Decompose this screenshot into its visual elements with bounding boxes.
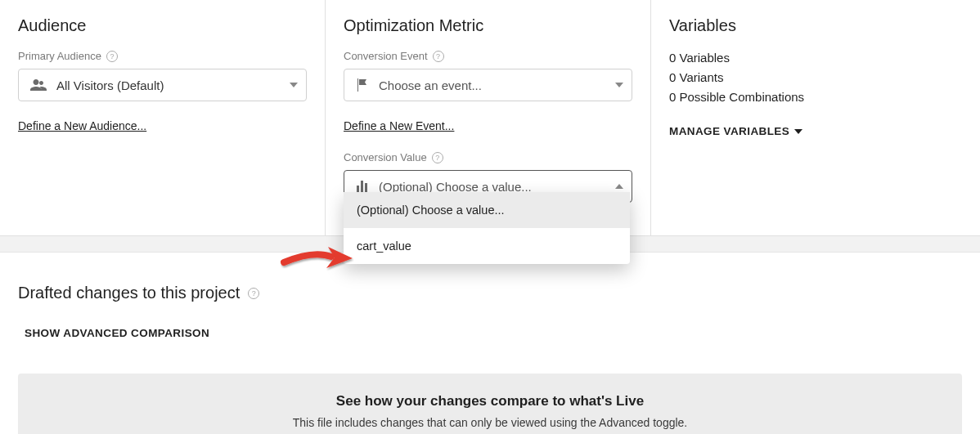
help-icon[interactable]: ? (248, 288, 259, 299)
primary-audience-label: Primary Audience ? (18, 50, 307, 62)
variables-summary: 0 Variables 0 Variants 0 Possible Combin… (669, 48, 962, 107)
conversion-value-placeholder: (Optional) Choose a value... (379, 180, 605, 194)
people-icon (30, 79, 47, 91)
drafted-changes-section: Drafted changes to this project ? SHOW A… (0, 253, 980, 434)
conversion-value-label: Conversion Value ? (344, 151, 632, 163)
define-audience-link[interactable]: Define a New Audience... (18, 119, 146, 132)
chevron-down-icon (290, 83, 298, 87)
metric-panel: Optimization Metric Conversion Event ? C… (326, 0, 651, 235)
conversion-event-placeholder: Choose an event... (379, 78, 605, 92)
help-icon[interactable]: ? (433, 51, 444, 62)
chevron-up-icon (615, 184, 623, 189)
conversion-event-label: Conversion Event ? (344, 50, 632, 62)
variables-panel: Variables 0 Variables 0 Variants 0 Possi… (651, 0, 980, 235)
top-panels: Audience Primary Audience ? All Visitors… (0, 0, 980, 236)
dropdown-option-placeholder[interactable]: (Optional) Choose a value... (344, 192, 630, 228)
combinations-count: 0 Possible Combinations (669, 87, 962, 107)
banner-title: See how your changes compare to what's L… (34, 393, 946, 409)
help-icon[interactable]: ? (106, 51, 118, 62)
svg-rect-0 (357, 186, 359, 192)
audience-panel: Audience Primary Audience ? All Visitors… (0, 0, 326, 235)
define-event-link[interactable]: Define a New Event... (344, 119, 454, 132)
variants-count: 0 Variants (669, 68, 962, 87)
banner-subtitle: This file includes changes that can only… (34, 416, 946, 429)
metric-title: Optimization Metric (344, 16, 632, 35)
svg-rect-1 (361, 181, 363, 192)
bar-chart-icon (356, 181, 369, 192)
drafted-changes-title: Drafted changes to this project ? (18, 284, 962, 302)
manage-variables-button[interactable]: MANAGE VARIABLES (669, 125, 802, 137)
show-advanced-comparison-button[interactable]: SHOW ADVANCED COMPARISON (25, 327, 209, 339)
drafted-changes-title-text: Drafted changes to this project (18, 284, 240, 302)
conversion-event-label-text: Conversion Event (344, 50, 428, 62)
conversion-value-label-text: Conversion Value (344, 151, 427, 163)
manage-variables-label: MANAGE VARIABLES (669, 125, 789, 137)
chevron-down-icon (615, 83, 623, 87)
variables-count: 0 Variables (669, 48, 962, 68)
primary-audience-select[interactable]: All Visitors (Default) (18, 69, 307, 101)
conversion-event-select[interactable]: Choose an event... (344, 69, 632, 101)
variables-title: Variables (669, 16, 962, 35)
conversion-value-dropdown: (Optional) Choose a value... cart_value (344, 192, 630, 264)
primary-audience-value: All Visitors (Default) (56, 78, 280, 92)
svg-rect-2 (365, 183, 367, 192)
audience-title: Audience (18, 16, 307, 35)
comparison-banner: See how your changes compare to what's L… (18, 374, 962, 434)
primary-audience-label-text: Primary Audience (18, 50, 101, 62)
flag-icon (356, 78, 369, 92)
chevron-down-icon (794, 129, 802, 134)
dropdown-option-cart-value[interactable]: cart_value (344, 228, 630, 264)
help-icon[interactable]: ? (432, 152, 443, 163)
